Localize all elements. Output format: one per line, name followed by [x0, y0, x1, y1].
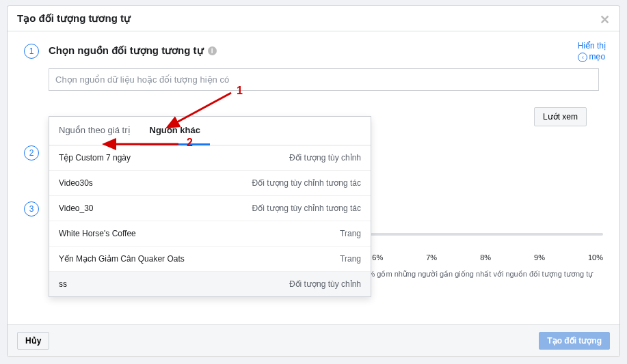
step-3-circle: 3 — [24, 201, 39, 216]
svg-line-0 — [174, 93, 231, 124]
step-1-row: 1 Chọn nguồn đối tượng tương tự i — [24, 44, 603, 59]
annotation-label-2: 2 — [187, 137, 193, 149]
chevron-left-icon: ‹ — [578, 53, 587, 62]
modal-footer: Hủy Tạo đối tượng — [8, 324, 619, 356]
list-item[interactable]: ssĐối tượng tùy chỉnh — [49, 272, 371, 296]
modal-title: Tạo đối tượng tương tự — [17, 12, 131, 24]
tick: 9% — [534, 253, 545, 262]
info-icon[interactable]: i — [208, 46, 217, 55]
list-item[interactable]: Tệp Custom 7 ngàyĐối tượng tùy chỉnh — [49, 145, 371, 171]
list-item[interactable]: Video_30Đối tượng tùy chỉnh tương tác — [49, 196, 371, 221]
tick: 7% — [426, 253, 437, 262]
step-2-circle: 2 — [24, 145, 39, 160]
annotation-arrow-1 — [166, 89, 235, 132]
tick: 10% — [588, 253, 603, 262]
hint-line2: ‹mẹo — [578, 52, 606, 63]
list-item[interactable]: Yến Mạch Giảm Cân Quaker OatsTrang — [49, 247, 371, 272]
tick: 6% — [372, 253, 383, 262]
step-1-circle: 1 — [24, 44, 39, 59]
step-1-title: Chọn nguồn đối tượng tương tự i — [49, 44, 217, 57]
list-item[interactable]: Video30sĐối tượng tùy chỉnh tương tác — [49, 171, 371, 196]
source-input[interactable]: Chọn nguồn dữ liệu hoặc đối tượng hiện c… — [49, 68, 599, 91]
browse-button[interactable]: Lướt xem — [534, 107, 587, 126]
close-icon[interactable]: ✕ — [600, 12, 610, 27]
source-dropdown: Nguồn theo giá trị Nguồn khác Tệp Custom… — [49, 116, 371, 297]
create-button[interactable]: Tạo đối tượng — [539, 332, 610, 350]
hint-link[interactable]: Hiển thị ‹mẹo — [578, 41, 606, 62]
list-item[interactable]: White Horse's CoffeeTrang — [49, 221, 371, 247]
annotation-label-1: 1 — [237, 85, 243, 97]
modal-header: Tạo đối tượng tương tự ✕ — [8, 6, 619, 31]
tick: 8% — [480, 253, 491, 262]
hint-line1: Hiển thị — [578, 41, 606, 52]
annotation-arrow-2 — [107, 137, 182, 153]
modal: Tạo đối tượng tương tự ✕ Hiển thị ‹mẹo 1… — [7, 5, 620, 357]
modal-body: Hiển thị ‹mẹo 1 Chọn nguồn đối tượng tươ… — [8, 31, 619, 324]
cancel-button[interactable]: Hủy — [17, 332, 49, 350]
